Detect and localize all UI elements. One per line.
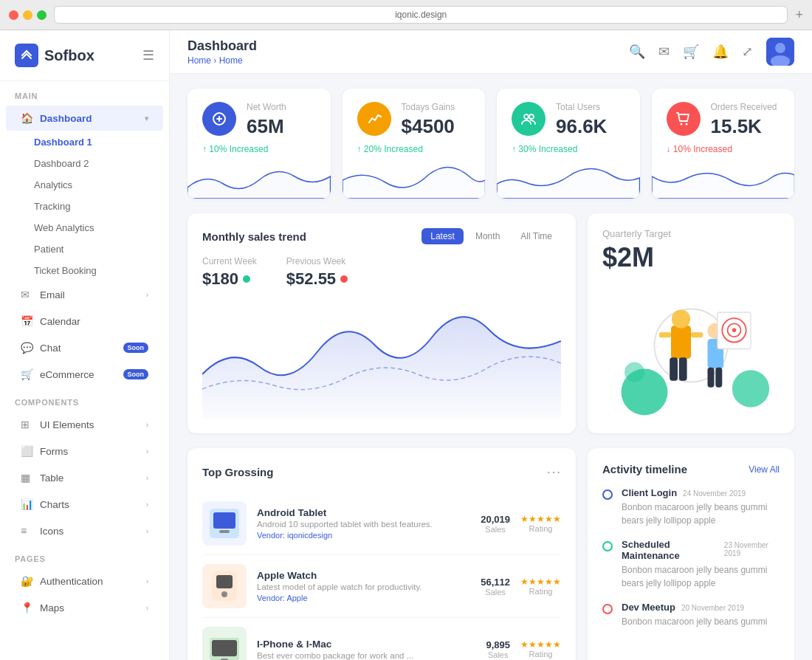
- chevron-right-icon3: ›: [146, 447, 148, 456]
- svg-rect-29: [216, 575, 233, 588]
- product-name-2: I-Phone & I-Mac: [257, 639, 475, 650]
- dot-green[interactable]: [37, 10, 47, 20]
- product-desc-1: Latest model of apple watch for producti…: [257, 582, 470, 591]
- sidebar-item-charts[interactable]: 📊 Charts ›: [6, 492, 163, 517]
- chat-badge: Soon: [123, 343, 149, 353]
- svg-rect-14: [679, 357, 687, 381]
- sidebar-sub-item-ticketbooking[interactable]: Ticket Booking: [34, 260, 169, 281]
- activity-desc-2: Bonbon macaroon jelly beans gummi: [622, 615, 780, 628]
- gains-icon: [357, 102, 391, 136]
- sidebar-item-dashboard[interactable]: 🏠 Dashboard ▾: [6, 106, 163, 131]
- networth-icon: [202, 102, 236, 136]
- chevron-right-icon5: ›: [146, 501, 148, 509]
- svg-point-1: [775, 43, 785, 53]
- dot-yellow[interactable]: [23, 10, 32, 20]
- topbar-left: Dashboard Home › Home: [187, 38, 257, 66]
- sidebar-item-ui-elements[interactable]: ⊞ UI Elements ›: [6, 412, 163, 437]
- product-sales-label-2: Sales: [486, 650, 510, 659]
- forms-icon: ⬜: [21, 445, 32, 457]
- activity-dot-0: [602, 489, 613, 500]
- email-icon: ✉: [21, 289, 32, 300]
- target-label: Quarterly Target: [602, 228, 780, 239]
- product-sales-2: 9,895 Sales: [486, 639, 510, 659]
- sidebar-item-chat[interactable]: 💬 Chat Soon: [6, 335, 163, 360]
- main-content: Dashboard Home › Home 🔍 ✉ 🛒 🔔 ⤢: [170, 30, 812, 660]
- sidebar-sub-item-analytics[interactable]: Analytics: [34, 174, 169, 196]
- users-label: Total Users: [556, 102, 607, 112]
- dot-red[interactable]: [9, 10, 18, 20]
- chat-icon: 💬: [21, 342, 32, 354]
- more-options-icon[interactable]: ⋯: [546, 463, 561, 481]
- hamburger-icon[interactable]: ☰: [142, 47, 154, 63]
- sidebar-header: Sofbox ☰: [0, 30, 169, 81]
- product-sales-val-0: 20,019: [481, 514, 510, 525]
- product-vendor-0[interactable]: Vendor: iqonicdesign: [257, 531, 470, 540]
- gains-value: $4500: [402, 115, 455, 138]
- cart-icon[interactable]: 🛒: [683, 44, 699, 60]
- chevron-right-icon6: ›: [146, 527, 148, 535]
- current-week-value: $180: [202, 269, 257, 289]
- view-all-link[interactable]: View All: [749, 464, 780, 475]
- activity-item-2: Dev Meetup 20 November 2019 Bonbon macar…: [602, 602, 780, 628]
- svg-rect-19: [708, 368, 715, 388]
- svg-point-9: [625, 362, 644, 382]
- target-value: $2M: [602, 242, 780, 273]
- sidebar-sub-item-webanalytics[interactable]: Web Analytics: [34, 217, 169, 238]
- sidebar-item-table[interactable]: ▦ Table ›: [6, 465, 163, 490]
- sidebar-item-maps[interactable]: 📍 Maps ›: [6, 595, 163, 620]
- browser-url[interactable]: iqonic.design: [54, 6, 788, 24]
- rating-label-0: Rating: [520, 524, 561, 533]
- svg-rect-16: [691, 332, 703, 337]
- users-wave: [497, 162, 640, 199]
- activity-name-1: Scheduled Maintenance: [622, 539, 718, 561]
- bell-icon[interactable]: 🔔: [712, 44, 729, 60]
- chart-tab-latest[interactable]: Latest: [422, 228, 464, 244]
- svg-point-4: [529, 114, 534, 119]
- chart-metrics: Current Week $180 Previous Week $52.55: [202, 256, 561, 289]
- product-vendor-1[interactable]: Vendor: Apple: [257, 594, 470, 602]
- sidebar-item-ui-label: UI Elements: [40, 419, 94, 430]
- avatar[interactable]: [766, 38, 794, 66]
- sidebar-sub-dashboard: Dashboard 1 Dashboard 2 Analytics Tracki…: [0, 131, 169, 281]
- breadcrumb-home[interactable]: Home: [187, 55, 211, 66]
- topbar: Dashboard Home › Home 🔍 ✉ 🛒 🔔 ⤢: [170, 30, 812, 74]
- chart-tab-month[interactable]: Month: [467, 228, 509, 244]
- quarterly-target-card: Quarterly Target $2M: [588, 213, 794, 433]
- orders-label: Orders Received: [711, 102, 777, 112]
- sidebar-item-maps-label: Maps: [40, 602, 64, 613]
- charts-icon: 📊: [21, 498, 32, 510]
- sidebar-item-icons-label: Icons: [40, 526, 63, 537]
- maps-icon: 📍: [21, 602, 32, 613]
- sidebar-sub-item-patient[interactable]: Patient: [34, 238, 169, 260]
- sidebar-item-authentication[interactable]: 🔐 Authentication ›: [6, 568, 163, 594]
- sidebar-sub-item-dashboard1[interactable]: Dashboard 1: [34, 131, 169, 153]
- sidebar-item-ecommerce[interactable]: 🛒 eCommerce Soon: [6, 362, 163, 387]
- current-week-label: Current Week: [202, 256, 257, 267]
- rating-label-2: Rating: [520, 650, 561, 659]
- sidebar-sub-item-dashboard2[interactable]: Dashboard 2: [34, 153, 169, 174]
- product-img-0: [202, 501, 247, 546]
- chart-tab-alltime[interactable]: All Time: [512, 228, 561, 244]
- sidebar-item-forms-label: Forms: [40, 446, 68, 457]
- svg-rect-15: [659, 332, 671, 337]
- breadcrumb-current: Home: [219, 55, 243, 66]
- sidebar-item-charts-label: Charts: [40, 499, 69, 510]
- sidebar-sub-item-tracking[interactable]: Tracking: [34, 196, 169, 217]
- breadcrumb-separator: ›: [213, 55, 219, 66]
- stat-card-orders: Orders Received 15.5K ↓ 10% Increased: [652, 89, 795, 199]
- orders-change: ↓ 10% Increased: [667, 144, 780, 154]
- product-img-2: [202, 627, 247, 660]
- svg-rect-20: [715, 368, 722, 388]
- search-icon[interactable]: 🔍: [629, 44, 645, 60]
- logo-icon: [15, 44, 38, 67]
- fullscreen-icon[interactable]: ⤢: [742, 44, 753, 60]
- sidebar-item-icons[interactable]: ≡ Icons ›: [6, 518, 163, 543]
- stars-2: ★★★★★: [520, 639, 561, 650]
- sidebar-item-calendar[interactable]: 📅 Calendar: [6, 309, 163, 334]
- browser-plus[interactable]: +: [795, 7, 803, 23]
- sidebar-item-email[interactable]: ✉ Email ›: [6, 282, 163, 307]
- sidebar-section-pages: Pages: [0, 544, 169, 568]
- product-info-1: Apple Watch Latest model of apple watch …: [257, 570, 470, 602]
- mail-icon[interactable]: ✉: [658, 44, 670, 60]
- sidebar-item-forms[interactable]: ⬜ Forms ›: [6, 439, 163, 464]
